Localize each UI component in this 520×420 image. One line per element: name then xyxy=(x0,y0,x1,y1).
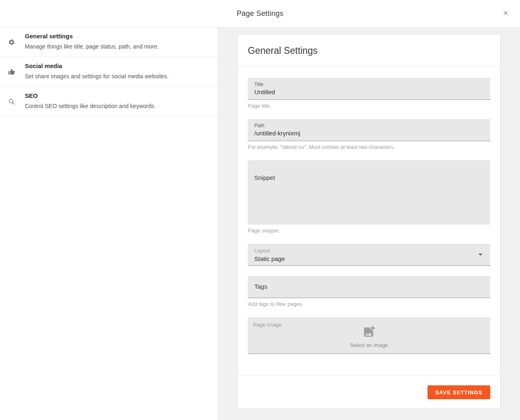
tags-helper-text: Add tags to filter pages. xyxy=(248,301,490,307)
page-image-picker-content: Select an image xyxy=(248,317,490,354)
modal-header: Page Settings xyxy=(0,0,520,27)
path-field: Path xyxy=(248,119,490,141)
close-icon xyxy=(502,9,509,18)
path-field-label: Path xyxy=(254,123,484,128)
settings-panel: General Settings Title Page title. Path xyxy=(217,27,520,420)
snippet-textarea[interactable] xyxy=(254,174,484,220)
thumb-up-icon xyxy=(8,69,15,75)
search-icon xyxy=(8,98,15,105)
layout-select[interactable]: Layout Static page xyxy=(248,244,490,266)
select-image-label: Select an image xyxy=(350,342,388,348)
card-header: General Settings xyxy=(238,35,500,67)
snippet-field xyxy=(248,160,490,225)
layout-field-label: Layout xyxy=(254,248,484,254)
sidebar-item-label: General settings xyxy=(25,33,207,40)
sidebar-item-description: Set share images and settings for social… xyxy=(25,73,207,80)
card-body: Title Page title. Path For example: "/ab… xyxy=(238,67,500,354)
path-helper-text: For example: "/about-us". Must contain a… xyxy=(248,144,490,150)
sidebar-item-description: Control SEO settings like description an… xyxy=(25,103,207,109)
sidebar-item-label: Social media xyxy=(25,62,207,69)
sidebar-item-description: Manage things like title, page status, p… xyxy=(25,43,207,50)
title-field-label: Title xyxy=(254,82,484,87)
card-title: General Settings xyxy=(248,45,490,56)
layout-field-group: Layout Static page xyxy=(248,244,490,266)
sidebar-item-label: SEO xyxy=(25,92,207,99)
sidebar-item-general-settings[interactable]: General settings Manage things like titl… xyxy=(0,27,217,57)
dropdown-arrow-icon xyxy=(476,250,485,259)
page-image-label: Page Image xyxy=(253,322,282,328)
tags-field-group: Add tags to filter pages. xyxy=(248,276,490,307)
page-image-field-group: Page Image Select an image xyxy=(248,317,490,354)
settings-sidebar: General settings Manage things like titl… xyxy=(0,27,217,420)
save-settings-button[interactable]: SAVE SETTINGS xyxy=(427,385,490,399)
close-button[interactable] xyxy=(501,9,510,18)
title-helper-text: Page title. xyxy=(248,103,490,109)
snippet-field-group: Page snippet. xyxy=(248,160,490,234)
path-field-group: Path For example: "/about-us". Must cont… xyxy=(248,119,490,150)
title-field: Title xyxy=(248,78,490,100)
title-input[interactable] xyxy=(254,88,484,95)
page-image-picker[interactable]: Page Image Select an image xyxy=(248,317,490,354)
general-settings-card: General Settings Title Page title. Path xyxy=(238,34,500,409)
modal-body: General settings Manage things like titl… xyxy=(0,27,520,420)
sidebar-item-social-media[interactable]: Social media Set share images and settin… xyxy=(0,57,217,87)
card-footer: SAVE SETTINGS xyxy=(238,375,500,409)
layout-selected-value: Static page xyxy=(254,255,484,262)
title-field-group: Title Page title. xyxy=(248,78,490,109)
tags-field xyxy=(248,276,490,298)
add-photo-icon xyxy=(362,325,376,340)
tags-input[interactable] xyxy=(254,283,484,290)
page-title: Page Settings xyxy=(237,9,284,18)
path-input[interactable] xyxy=(254,130,484,137)
gear-icon xyxy=(8,39,15,46)
snippet-helper-text: Page snippet. xyxy=(248,228,490,234)
sidebar-item-seo[interactable]: SEO Control SEO settings like descriptio… xyxy=(0,87,217,117)
